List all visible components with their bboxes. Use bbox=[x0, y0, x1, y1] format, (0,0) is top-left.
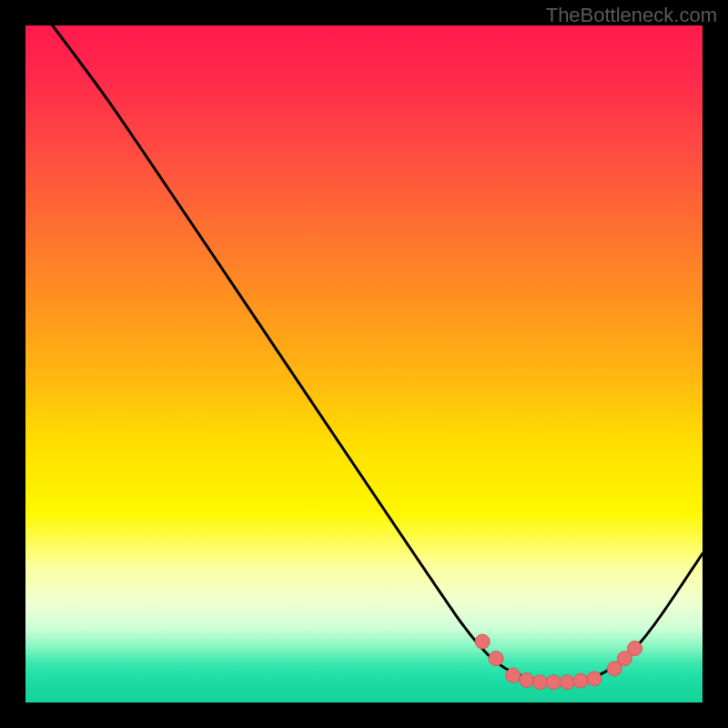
curve-line bbox=[53, 25, 703, 681]
data-marker bbox=[573, 673, 588, 688]
data-marker bbox=[506, 668, 521, 682]
data-marker bbox=[628, 641, 642, 655]
data-marker bbox=[532, 675, 547, 690]
plot-area bbox=[25, 25, 703, 703]
data-marker bbox=[489, 652, 503, 666]
data-marker bbox=[560, 675, 574, 690]
data-marker bbox=[520, 672, 534, 687]
data-markers bbox=[475, 634, 642, 690]
data-marker bbox=[546, 675, 561, 690]
watermark-text: TheBottleneck.com bbox=[546, 4, 717, 27]
data-marker bbox=[475, 634, 490, 649]
curve-svg bbox=[25, 25, 703, 703]
data-marker bbox=[587, 672, 602, 686]
